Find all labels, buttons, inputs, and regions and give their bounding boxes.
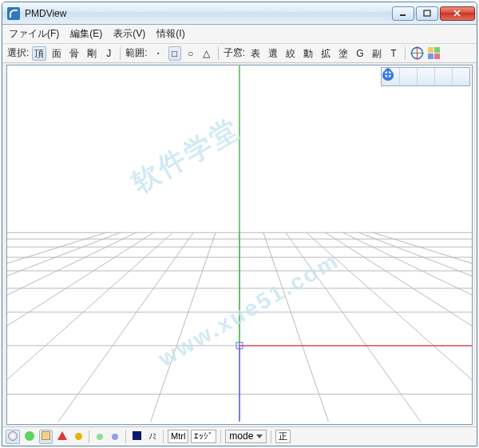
chevron-down-icon bbox=[256, 434, 263, 438]
svg-line-34 bbox=[373, 232, 472, 422]
range-circle-button[interactable]: ○ bbox=[184, 46, 197, 61]
blue-dot-button[interactable] bbox=[109, 430, 121, 444]
display-mode3-button[interactable] bbox=[39, 430, 53, 444]
app-window: PMDView ファイル(F) 編集(E) 表示(V) 情報(I) 選択: 頂 … bbox=[2, 2, 477, 446]
separator bbox=[405, 47, 406, 60]
menu-edit[interactable]: 編集(E) bbox=[70, 27, 102, 41]
display-mode1-button[interactable] bbox=[6, 430, 20, 444]
viewport-canvas bbox=[7, 65, 472, 422]
select-j-button[interactable]: J bbox=[102, 46, 115, 61]
mode-dropdown[interactable]: mode bbox=[225, 430, 267, 443]
child-sub-button[interactable]: 副 bbox=[370, 46, 384, 61]
edge-button[interactable]: ｴｯｼﾞ bbox=[191, 430, 216, 443]
select-label: 選択: bbox=[7, 46, 29, 60]
gizmo-circle-icon[interactable] bbox=[410, 46, 424, 60]
separator bbox=[218, 47, 219, 60]
select-rigid-button[interactable]: 剛 bbox=[85, 46, 99, 61]
child-narrow-button[interactable]: 絞 bbox=[283, 46, 298, 61]
svg-line-28 bbox=[326, 232, 472, 422]
child-table-button[interactable]: 表 bbox=[248, 46, 263, 61]
bottom-toolbar: ﾉﾐ Mtrl ｴｯｼﾞ mode 正 bbox=[2, 426, 477, 446]
window-title: PMDView bbox=[25, 8, 392, 19]
svg-line-33 bbox=[7, 232, 106, 422]
titlebar[interactable]: PMDView bbox=[2, 2, 477, 25]
color-square-button[interactable] bbox=[130, 430, 144, 444]
viewport-float-tools bbox=[381, 67, 470, 86]
menu-bar: ファイル(F) 編集(E) 表示(V) 情報(I) bbox=[2, 25, 477, 44]
svg-line-31 bbox=[7, 232, 121, 422]
separator bbox=[220, 430, 221, 443]
separator bbox=[89, 430, 89, 443]
gizmo-grid-icon[interactable] bbox=[427, 46, 441, 60]
display-mode4-button[interactable] bbox=[55, 430, 69, 444]
separator bbox=[125, 430, 126, 443]
display-mode5-button[interactable] bbox=[72, 430, 85, 444]
select-bone-button[interactable]: 骨 bbox=[67, 46, 81, 61]
svg-line-25 bbox=[7, 232, 172, 422]
window-buttons bbox=[392, 6, 475, 21]
child-expand-button[interactable]: 拡 bbox=[319, 46, 333, 61]
svg-line-27 bbox=[7, 232, 153, 422]
svg-rect-1 bbox=[424, 10, 430, 16]
separator bbox=[163, 430, 164, 443]
menu-info[interactable]: 情報(I) bbox=[156, 27, 184, 41]
child-paint-button[interactable]: 塗 bbox=[336, 46, 350, 61]
child-select-button[interactable]: 選 bbox=[266, 46, 280, 61]
range-box-button[interactable]: □ bbox=[168, 46, 181, 61]
normal-button[interactable]: ﾉﾐ bbox=[146, 430, 159, 444]
svg-rect-9 bbox=[428, 54, 433, 59]
child-move-button[interactable]: 動 bbox=[301, 46, 315, 61]
range-label: 範囲: bbox=[125, 46, 147, 60]
child-g-button[interactable]: G bbox=[354, 46, 366, 61]
range-point-button[interactable]: ・ bbox=[151, 46, 165, 61]
svg-line-22 bbox=[263, 232, 329, 422]
svg-line-24 bbox=[286, 232, 421, 422]
rotate-y-tool-icon[interactable] bbox=[417, 68, 434, 85]
svg-line-32 bbox=[358, 232, 472, 422]
close-button[interactable] bbox=[440, 6, 475, 21]
seikaku-button[interactable]: 正 bbox=[275, 430, 291, 443]
child-t-button[interactable]: T bbox=[387, 46, 400, 61]
svg-line-23 bbox=[58, 232, 193, 422]
svg-rect-8 bbox=[434, 47, 440, 53]
svg-line-29 bbox=[7, 232, 136, 422]
material-button[interactable]: Mtrl bbox=[168, 430, 188, 443]
select-face-button[interactable]: 面 bbox=[49, 46, 64, 61]
rotate-x-tool-icon[interactable] bbox=[399, 68, 417, 85]
svg-rect-10 bbox=[434, 54, 440, 59]
svg-rect-7 bbox=[428, 47, 433, 53]
childwin-label: 子窓: bbox=[224, 46, 245, 60]
mode-label: mode bbox=[229, 430, 253, 442]
menu-view[interactable]: 表示(V) bbox=[113, 27, 145, 41]
display-mode2-button[interactable] bbox=[22, 430, 37, 444]
svg-line-21 bbox=[150, 232, 216, 422]
svg-line-26 bbox=[307, 232, 472, 422]
toolbar: 選択: 頂 面 骨 剛 J 範囲: ・ □ ○ △ 子窓: 表 選 絞 動 拡 … bbox=[2, 44, 477, 63]
minimize-button[interactable] bbox=[392, 6, 414, 21]
svg-line-30 bbox=[343, 232, 472, 422]
separator bbox=[271, 430, 271, 443]
separator bbox=[120, 47, 121, 60]
reset-view-tool-icon[interactable] bbox=[452, 68, 469, 85]
app-icon bbox=[7, 7, 20, 20]
viewport-3d[interactable]: 软件学堂 www.xue51.com bbox=[6, 65, 473, 425]
maximize-button[interactable] bbox=[416, 6, 438, 21]
menu-file[interactable]: ファイル(F) bbox=[9, 27, 59, 41]
rotate-z-tool-icon[interactable] bbox=[434, 68, 452, 85]
green-dot-button[interactable] bbox=[93, 430, 106, 444]
range-tri-button[interactable]: △ bbox=[200, 46, 213, 61]
select-vertex-button[interactable]: 頂 bbox=[32, 46, 46, 61]
